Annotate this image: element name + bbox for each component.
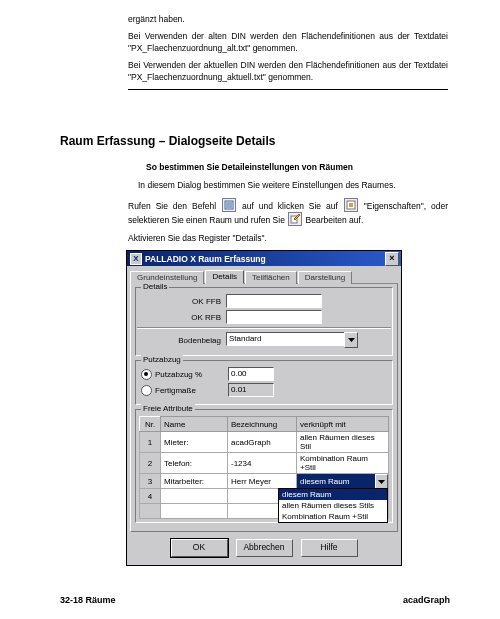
body-line-3: Aktivieren Sie das Register "Details". [128, 233, 448, 244]
cell-ver[interactable]: allen Räumen dieses Stil [297, 432, 389, 453]
dialog-button-row: OK Abbrechen Hilfe [127, 532, 401, 565]
group-putzabzug-legend: Putzabzug [141, 355, 183, 364]
section-title: Raum Erfassung – Dialogseite Details [60, 134, 448, 148]
properties-icon [344, 198, 358, 212]
footer-right: acadGraph [403, 595, 450, 605]
th-verknuepft: verknüpft mit [297, 417, 389, 432]
input-ok-rfb[interactable] [226, 310, 322, 324]
app-icon: X [130, 253, 142, 265]
txt-2d: Bearbeiten auf. [306, 215, 364, 225]
edit-icon [288, 212, 302, 226]
cell-nr [140, 504, 161, 519]
cancel-button[interactable]: Abbrechen [236, 539, 293, 557]
table-row[interactable]: 1 Mieter: acadGraph allen Räumen dieses … [140, 432, 389, 453]
ok-button[interactable]: OK [171, 539, 228, 557]
cell-nr: 2 [140, 453, 161, 474]
label-bodenbelag: Bodenbelag [141, 336, 226, 345]
group-attributes-legend: Freie Attribute [141, 404, 195, 413]
group-details-legend: Details [141, 282, 169, 291]
combo-bodenbelag[interactable]: Standard [226, 332, 358, 348]
body-line-2: Rufen Sie den Befehl auf und klicken Sie… [128, 198, 448, 227]
cell-nr: 4 [140, 489, 161, 504]
cell-name[interactable]: Mieter: [161, 432, 228, 453]
intro-p2: Bei Verwenden der aktuellen DIN werden d… [128, 60, 448, 83]
dropdown-list[interactable]: diesem Raum allen Räumen dieses Stils Ko… [278, 488, 388, 523]
radio-putzabzug[interactable] [141, 369, 152, 380]
dialog-title: PALLADIO X Raum Erfassung [145, 254, 385, 264]
cell-ver-value: diesem Raum [300, 477, 349, 486]
body-line-1: In diesem Dialog bestimmen Sie weitere E… [138, 180, 448, 191]
attributes-table: Nr. Name Bezeichnung verknüpft mit 1 Mie… [139, 416, 389, 519]
tab-body: Details OK FFB OK RFB Bodenbelag Standar… [130, 284, 398, 532]
group-putzabzug: Putzabzug Putzabzug % 0.00 Fertigmaße 0.… [135, 360, 393, 405]
svg-rect-5 [349, 203, 353, 207]
intro-p0: ergänzt haben. [128, 14, 448, 25]
cell-name[interactable]: Mitarbeiter: [161, 474, 228, 489]
table-header-row: Nr. Name Bezeichnung verknüpft mit [140, 417, 389, 432]
group-divider [137, 327, 391, 329]
label-ok-rfb: OK RFB [141, 313, 226, 322]
cell-bez[interactable]: Herr Meyer [228, 474, 297, 489]
th-nr: Nr. [140, 417, 161, 432]
tab-darstellung[interactable]: Darstellung [298, 271, 352, 284]
dialog-window: X PALLADIO X Raum Erfassung × Grundeinst… [126, 250, 402, 566]
page-footer: 32-18 Räume acadGraph [60, 595, 450, 605]
help-button[interactable]: Hilfe [301, 539, 358, 557]
dropdown-option[interactable]: allen Räumen dieses Stils [279, 500, 387, 511]
th-bezeichnung: Bezeichnung [228, 417, 297, 432]
table-row[interactable]: 3 Mitarbeiter: Herr Meyer diesem Raum di… [140, 474, 389, 489]
footer-left: 32-18 Räume [60, 595, 116, 605]
cell-bez[interactable]: -1234 [228, 453, 297, 474]
combo-bodenbelag-value[interactable]: Standard [226, 332, 345, 346]
txt-2a: Rufen Sie den Befehl [128, 201, 221, 211]
label-ok-ffb: OK FFB [141, 297, 226, 306]
group-attributes: Freie Attribute Nr. Name Bezeichnung ver… [135, 409, 393, 523]
cell-nr: 1 [140, 432, 161, 453]
label-fertigmasse: Fertigmaße [155, 386, 228, 395]
dialog-titlebar[interactable]: X PALLADIO X Raum Erfassung × [127, 251, 401, 266]
dropdown-option[interactable]: Kombination Raum +Stil [279, 511, 387, 522]
command-icon [222, 198, 236, 212]
tab-strip: Grundeinstellung Details Teilflächen Dar… [130, 270, 398, 284]
input-fertigmasse: 0.01 [228, 383, 274, 397]
group-details: Details OK FFB OK RFB Bodenbelag Standar… [135, 287, 393, 356]
input-putzabzug-pct[interactable]: 0.00 [228, 367, 274, 381]
divider [128, 89, 448, 90]
chevron-down-icon[interactable] [344, 332, 358, 348]
th-name: Name [161, 417, 228, 432]
sub-heading: So bestimmen Sie Detaileinstellungen von… [146, 162, 448, 172]
label-putzabzug-pct: Putzabzug % [155, 370, 228, 379]
radio-fertigmasse[interactable] [141, 385, 152, 396]
cell-nr: 3 [140, 474, 161, 489]
close-icon[interactable]: × [385, 252, 399, 266]
cell-name[interactable] [161, 504, 228, 519]
input-ok-ffb[interactable] [226, 294, 322, 308]
txt-2b: auf und klicken Sie auf [242, 201, 343, 211]
tab-teilflaechen[interactable]: Teilflächen [245, 271, 297, 284]
dropdown-option[interactable]: diesem Raum [279, 489, 387, 500]
intro-p1: Bei Verwenden der alten DIN werden den F… [128, 31, 448, 54]
cell-name[interactable]: Telefon: [161, 453, 228, 474]
cell-ver[interactable]: Kombination Raum +Stil [297, 453, 389, 474]
cell-name[interactable] [161, 489, 228, 504]
cell-ver-dropdown[interactable]: diesem Raum diesem Raum allen Räumen die… [297, 474, 389, 489]
cell-bez[interactable]: acadGraph [228, 432, 297, 453]
tab-details[interactable]: Details [205, 270, 243, 284]
table-row[interactable]: 2 Telefon: -1234 Kombination Raum +Stil [140, 453, 389, 474]
